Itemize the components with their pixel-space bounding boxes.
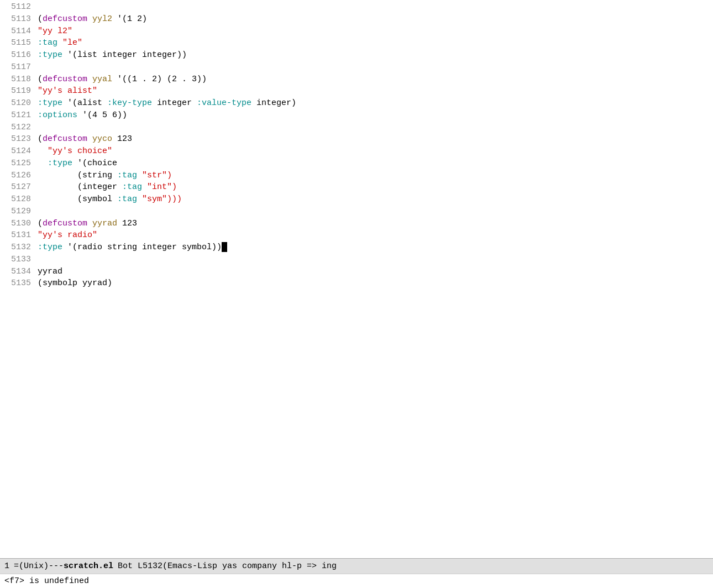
token-c-plain: yyrad [38,267,62,276]
line-number: 5130 [4,218,31,230]
token-c-string: "le" [57,38,82,48]
line-content-empty [38,350,709,362]
status-filename: scratch.el [64,560,113,573]
line-number: 5122 [4,122,31,134]
line-content: (symbolp yyrad) [38,277,709,290]
code-line: 5120:type '(alist :key-type integer :val… [0,97,713,109]
code-line: 5118(defcustom yyal '((1 . 2) (2 . 3)) [0,74,713,86]
token-c-plain: '(choice [72,159,117,168]
code-line: 5115:tag "le" [0,37,713,49]
editor-area: 5112 5113(defcustom yyl2 '(1 2)5114"yy l… [0,0,713,558]
token-c-plain: 123 [112,134,132,144]
line-content: :type '(radio string integer symbol)) [38,242,709,254]
token-c-string: "int") [142,182,177,192]
status-encoding: 1 [4,560,9,573]
line-number: 5116 [4,49,31,61]
token-c-keyword: defcustom [43,219,87,228]
line-content: "yy's radio" [38,229,709,242]
token-c-plain: 123 [117,219,137,228]
token-c-plain: integer [152,98,197,108]
line-number: 5132 [4,242,31,254]
code-line: 5127 (integer :tag "int") [0,181,713,193]
token-c-paren: ( [38,219,43,228]
token-c-property: :key-type [107,98,152,108]
line-content [38,61,709,74]
line-content-empty [38,338,709,350]
token-c-keyword: defcustom [43,75,87,84]
code-line-empty [0,326,713,338]
line-number: 5115 [4,37,31,49]
line-number: 5123 [4,133,31,145]
code-line: 5130(defcustom yyrad 123 [0,218,713,230]
line-content: (symbol :tag "sym"))) [38,193,709,206]
line-number: 5112 [4,1,31,13]
line-content: "yy's alist" [38,85,709,97]
token-c-plain: '(alist [62,98,107,108]
code-line: 5113(defcustom yyl2 '(1 2) [0,13,713,25]
line-content [38,206,709,218]
token-c-property: :type [48,159,72,168]
line-number: 5124 [4,145,31,158]
code-line: 5116:type '(list integer integer)) [0,49,713,61]
token-c-varname: yyco [92,134,112,144]
token-c-property: :tag [122,182,142,192]
line-number: 5128 [4,193,31,206]
code-line-empty [0,302,713,314]
status-mode: =(Unix)--- [14,560,64,573]
code-line: 5133 [0,254,713,266]
token-c-plain: (integer [38,182,122,192]
code-line: 5123(defcustom yyco 123 [0,133,713,145]
mini-buffer-text: <f7> is undefined [4,575,89,587]
code-line: 5132:type '(radio string integer symbol)… [0,242,713,254]
code-line: 5121:options '(4 5 6)) [0,109,713,122]
token-c-property: :tag [117,195,137,204]
token-c-property: :type [38,50,62,60]
line-content: "yy's choice" [38,145,709,158]
line-number: 5129 [4,206,31,218]
token-c-string: "yy's choice" [38,146,112,156]
token-c-property: :tag [117,171,137,180]
code-line: 5117 [0,61,713,74]
token-c-property: :value-type [197,98,251,108]
line-content-empty [38,290,709,302]
line-number: 5126 [4,170,31,182]
token-c-varname: yyrad [92,219,117,228]
token-c-property: :type [38,243,62,252]
line-content [38,254,709,266]
token-c-paren: ( [38,75,43,84]
line-content: "yy l2" [38,25,709,38]
line-number: 5134 [4,266,31,278]
code-line: 5128 (symbol :tag "sym"))) [0,193,713,206]
line-content [38,122,709,134]
line-content: :type '(alist :key-type integer :value-t… [38,97,709,109]
line-number: 5133 [4,254,31,266]
line-number: 5120 [4,97,31,109]
code-line: 5126 (string :tag "str") [0,170,713,182]
code-line: 5134yyrad [0,266,713,278]
token-c-plain: '(1 2) [112,14,147,24]
line-number: 5117 [4,61,31,74]
line-content: (defcustom yyco 123 [38,133,709,145]
token-c-plain: '(4 5 6)) [77,111,127,120]
line-number: 5125 [4,158,31,170]
token-c-plain: '((1 . 2) (2 . 3)) [112,75,207,84]
mini-buffer: <f7> is undefined [0,574,713,588]
code-line: 5131"yy's radio" [0,229,713,242]
line-number: 5114 [4,25,31,38]
status-info: Bot L5132 [118,560,162,573]
code-line: 5129 [0,206,713,218]
line-number: 5113 [4,13,31,25]
token-c-plain: (symbol [38,195,117,204]
text-cursor [222,242,227,252]
line-content: (defcustom yyrad 123 [38,218,709,230]
line-number: 5119 [4,85,31,97]
line-number: 5135 [4,277,31,290]
line-content: (defcustom yyal '((1 . 2) (2 . 3)) [38,74,709,86]
line-content: :options '(4 5 6)) [38,109,709,122]
code-line-empty [0,290,713,302]
line-content: :type '(choice [38,158,709,170]
line-content: :type '(list integer integer)) [38,49,709,61]
token-c-plain [87,134,92,144]
token-c-plain: (symbolp yyrad) [38,279,112,288]
token-c-property: :tag [38,38,57,48]
